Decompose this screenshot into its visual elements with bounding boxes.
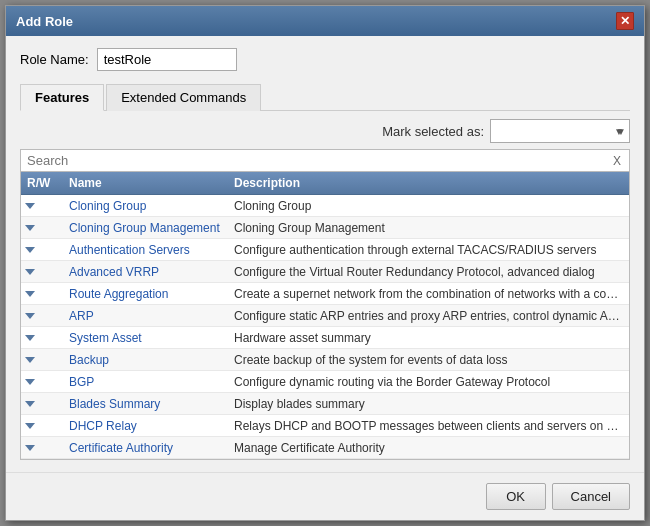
- rw-arrow-icon: [25, 335, 35, 341]
- tab-extended-commands[interactable]: Extended Commands: [106, 84, 261, 111]
- cell-rw: [21, 399, 63, 409]
- rw-arrow-icon: [25, 357, 35, 363]
- cell-description: Manage Certificate Authority: [228, 439, 629, 457]
- table-row[interactable]: ARPConfigure static ARP entries and prox…: [21, 305, 629, 327]
- cancel-button[interactable]: Cancel: [552, 483, 630, 510]
- ok-button[interactable]: OK: [486, 483, 546, 510]
- table-row[interactable]: BackupCreate backup of the system for ev…: [21, 349, 629, 371]
- col-header-name: Name: [63, 176, 228, 190]
- table-body[interactable]: Cloning GroupCloning GroupCloning Group …: [21, 195, 629, 459]
- cell-rw: [21, 443, 63, 453]
- rw-arrow-icon: [25, 203, 35, 209]
- table-row[interactable]: DHCP RelayRelays DHCP and BOOTP messages…: [21, 415, 629, 437]
- cell-name: Authentication Servers: [63, 241, 228, 259]
- cell-name: Route Aggregation: [63, 285, 228, 303]
- cell-rw: [21, 377, 63, 387]
- role-name-input[interactable]: [97, 48, 237, 71]
- cell-name: ARP: [63, 307, 228, 325]
- mark-as-select-wrapper: Read Write ▼: [490, 119, 630, 143]
- cell-description: Hardware asset summary: [228, 329, 629, 347]
- close-button[interactable]: ✕: [616, 12, 634, 30]
- cell-name: Cloning Group: [63, 197, 228, 215]
- table-header: R/W Name Description: [21, 172, 629, 195]
- role-name-label: Role Name:: [20, 52, 89, 67]
- search-clear-button[interactable]: X: [611, 154, 623, 168]
- table-row[interactable]: Advanced VRRPConfigure the Virtual Route…: [21, 261, 629, 283]
- table-row[interactable]: Cloning GroupCloning Group: [21, 195, 629, 217]
- cell-name: Blades Summary: [63, 395, 228, 413]
- tabs-row: Features Extended Commands: [20, 83, 630, 111]
- rw-arrow-icon: [25, 379, 35, 385]
- search-row: X: [20, 149, 630, 172]
- table-row[interactable]: Certificate AuthorityManage Certificate …: [21, 437, 629, 459]
- rw-arrow-icon: [25, 445, 35, 451]
- cell-name: Backup: [63, 351, 228, 369]
- search-input[interactable]: [27, 153, 611, 168]
- cell-rw: [21, 355, 63, 365]
- table-row[interactable]: Route AggregationCreate a supernet netwo…: [21, 283, 629, 305]
- cell-description: Configure dynamic routing via the Border…: [228, 373, 629, 391]
- col-header-desc: Description: [228, 176, 629, 190]
- dialog-footer: OK Cancel: [6, 472, 644, 520]
- rw-arrow-icon: [25, 401, 35, 407]
- title-bar: Add Role ✕: [6, 6, 644, 36]
- table-row[interactable]: BGPConfigure dynamic routing via the Bor…: [21, 371, 629, 393]
- add-role-dialog: Add Role ✕ Role Name: Features Extended …: [5, 5, 645, 521]
- cell-rw: [21, 223, 63, 233]
- cell-rw: [21, 267, 63, 277]
- table-row[interactable]: Cloning Group ManagementCloning Group Ma…: [21, 217, 629, 239]
- cell-description: Cloning Group: [228, 197, 629, 215]
- rw-arrow-icon: [25, 291, 35, 297]
- cell-name: System Asset: [63, 329, 228, 347]
- cell-name: Cloning Group Management: [63, 219, 228, 237]
- cell-rw: [21, 311, 63, 321]
- mark-as-label: Mark selected as:: [382, 124, 484, 139]
- cell-name: Certificate Authority: [63, 439, 228, 457]
- cell-description: Display blades summary: [228, 395, 629, 413]
- col-header-rw: R/W: [21, 176, 63, 190]
- table-row[interactable]: Blades SummaryDisplay blades summary: [21, 393, 629, 415]
- cell-rw: [21, 421, 63, 431]
- rw-arrow-icon: [25, 247, 35, 253]
- cell-description: Create a supernet network from the combi…: [228, 285, 629, 303]
- rw-arrow-icon: [25, 269, 35, 275]
- rw-arrow-icon: [25, 225, 35, 231]
- cell-description: Create backup of the system for events o…: [228, 351, 629, 369]
- rw-arrow-icon: [25, 423, 35, 429]
- cell-name: DHCP Relay: [63, 417, 228, 435]
- dialog-body: Role Name: Features Extended Commands Ma…: [6, 36, 644, 472]
- cell-description: Configure the Virtual Router Redundancy …: [228, 263, 629, 281]
- mark-as-select[interactable]: Read Write: [490, 119, 630, 143]
- features-table: R/W Name Description Cloning GroupClonin…: [20, 172, 630, 460]
- role-name-row: Role Name:: [20, 48, 630, 71]
- cell-rw: [21, 289, 63, 299]
- cell-description: Relays DHCP and BOOTP messages between c…: [228, 417, 629, 435]
- table-row[interactable]: Authentication ServersConfigure authenti…: [21, 239, 629, 261]
- cell-rw: [21, 201, 63, 211]
- cell-name: BGP: [63, 373, 228, 391]
- mark-as-row: Mark selected as: Read Write ▼: [20, 119, 630, 143]
- dialog-title: Add Role: [16, 14, 73, 29]
- cell-rw: [21, 245, 63, 255]
- cell-description: Configure static ARP entries and proxy A…: [228, 307, 629, 325]
- cell-description: Configure authentication through externa…: [228, 241, 629, 259]
- rw-arrow-icon: [25, 313, 35, 319]
- cell-description: Cloning Group Management: [228, 219, 629, 237]
- table-row[interactable]: System AssetHardware asset summary: [21, 327, 629, 349]
- tab-features[interactable]: Features: [20, 84, 104, 111]
- cell-rw: [21, 333, 63, 343]
- cell-name: Advanced VRRP: [63, 263, 228, 281]
